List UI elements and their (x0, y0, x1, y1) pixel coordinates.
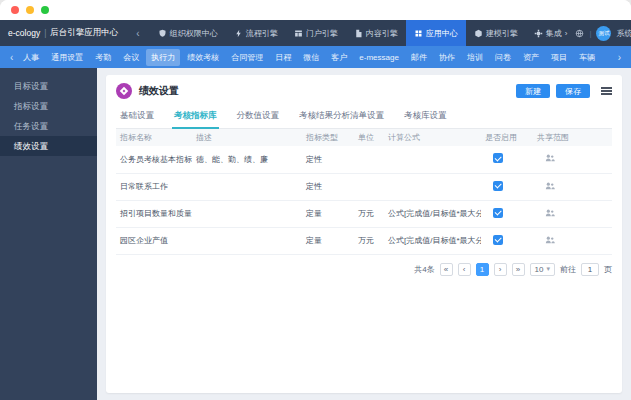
user-area: | 测试 系统管理员 ▾ (575, 26, 631, 41)
cube-icon (474, 29, 483, 38)
modulebar-item[interactable]: 日程 (270, 49, 296, 66)
table-row: 园区企业产值定量万元公式[完成值/目标值*最大分值] (116, 227, 612, 254)
modulebar-item[interactable]: 问卷 (490, 49, 516, 66)
cell-description (192, 227, 302, 254)
topnav-item-integration[interactable]: 集成 › (526, 20, 576, 46)
modulebar-item[interactable]: 培训 (462, 49, 488, 66)
minimize-window-button[interactable] (26, 6, 34, 14)
col-name: 指标名称 (116, 129, 192, 146)
page-size-select[interactable]: 10 ▾ (530, 263, 555, 276)
modulebar-item[interactable]: 人事 (18, 49, 44, 66)
save-button[interactable]: 保存 (556, 84, 590, 98)
modulebar-item[interactable]: 合同管理 (226, 49, 268, 66)
col-unit: 单位 (354, 129, 384, 146)
col-enabled: 是否启用 (481, 129, 533, 146)
avatar[interactable]: 测试 (596, 26, 611, 41)
topnav-item-modeling[interactable]: 建模引擎 (466, 20, 526, 46)
tab-score-settings[interactable]: 分数值设置 (235, 106, 282, 128)
brand: e-cology | 后台引擎应用中心 (8, 27, 118, 39)
cell-unit (354, 146, 384, 173)
cell-type: 定性 (302, 146, 354, 173)
cell-enabled (481, 146, 533, 173)
cell-formula (384, 146, 481, 173)
sidebar-item-performance-settings[interactable]: 绩效设置 (0, 136, 97, 156)
enabled-checkbox[interactable] (493, 235, 503, 245)
total-count: 共4条 (414, 264, 434, 275)
share-scope-icon[interactable] (545, 181, 555, 191)
top-navbar: e-cology | 后台引擎应用中心 ‹ 组织权限中心 流程引擎 门户引擎 内… (0, 20, 631, 46)
table-row: 招引项目数量和质量定量万元公式[完成值/目标值*最大分值] (116, 200, 612, 227)
bolt-icon (234, 29, 243, 38)
topnav-item-app-center[interactable]: 应用中心 (406, 20, 466, 46)
cell-unit (354, 173, 384, 200)
topnav-item-label: 应用中心 (426, 28, 458, 39)
modulebar-item[interactable]: 执行力 (146, 49, 180, 66)
maximize-window-button[interactable] (41, 6, 49, 14)
prev-page-button[interactable]: ‹ (458, 263, 471, 276)
module-tabbar: ‹ 人事通用设置考勤会议执行力绩效考核合同管理日程微信客户e-message邮件… (0, 46, 631, 68)
modulebar-back-icon[interactable]: ‹ (6, 52, 17, 63)
tab-basic-settings[interactable]: 基础设置 (118, 106, 156, 128)
grid-icon (414, 29, 423, 38)
goto-page-input[interactable] (581, 263, 599, 276)
sidebar-item-task-settings[interactable]: 任务设置 (0, 116, 97, 136)
modulebar-item[interactable]: 车辆 (574, 49, 600, 66)
col-share-scope: 共享范围 (533, 129, 612, 146)
sidebar: 目标设置 指标设置 任务设置 绩效设置 (0, 68, 97, 400)
modulebar-item[interactable]: 项目 (546, 49, 572, 66)
modulebar-item[interactable]: 考勤 (90, 49, 116, 66)
modulebar-item[interactable]: 协作 (434, 49, 460, 66)
tab-indicator-library[interactable]: 考核指标库 (172, 106, 219, 129)
first-page-button[interactable]: « (440, 263, 453, 276)
performance-badge-icon (116, 83, 132, 99)
last-page-button[interactable]: » (512, 263, 525, 276)
modulebar-item[interactable]: 会议 (118, 49, 144, 66)
share-scope-icon[interactable] (545, 153, 555, 163)
modulebar-item[interactable]: 绩效考核 (182, 49, 224, 66)
enabled-checkbox[interactable] (493, 181, 503, 191)
next-page-button[interactable]: › (494, 263, 507, 276)
tab-result-analysis-settings[interactable]: 考核结果分析清单设置 (297, 106, 386, 128)
close-window-button[interactable] (11, 6, 19, 14)
cell-type: 定量 (302, 227, 354, 254)
enabled-checkbox[interactable] (493, 208, 503, 218)
col-type: 指标类型 (302, 129, 354, 146)
modulebar-item[interactable]: 微信 (298, 49, 324, 66)
user-role[interactable]: 系统管理员 (616, 28, 631, 39)
share-scope-icon[interactable] (545, 208, 555, 218)
share-scope-icon[interactable] (545, 235, 555, 245)
modulebar-item[interactable]: 资产 (518, 49, 544, 66)
cell-enabled (481, 227, 533, 254)
globe-icon[interactable] (575, 29, 584, 38)
goto-label: 前往 (560, 264, 576, 275)
topnav-item-label: 建模引擎 (486, 28, 518, 39)
cell-formula: 公式[完成值/目标值*最大分值] (384, 200, 481, 227)
modulebar-item[interactable]: 通用设置 (46, 49, 88, 66)
tab-library-settings[interactable]: 考核库设置 (402, 106, 449, 128)
sidebar-item-indicator-settings[interactable]: 指标设置 (0, 96, 97, 116)
brand-separator: | (44, 28, 46, 38)
sidebar-item-goal-settings[interactable]: 目标设置 (0, 76, 97, 96)
modulebar-item[interactable]: e-message (354, 50, 404, 65)
page-1-button[interactable]: 1 (476, 263, 489, 276)
topnav-item-workflow[interactable]: 流程引擎 (226, 20, 286, 46)
cell-type: 定量 (302, 200, 354, 227)
enabled-checkbox[interactable] (493, 153, 503, 163)
modulebar-item[interactable]: 邮件 (406, 49, 432, 66)
cell-description: 德、能、勤、绩、廉 (192, 146, 302, 173)
cell-indicator-name: 公务员考核基本指标 (116, 146, 192, 173)
topnav-item-content[interactable]: 内容引擎 (346, 20, 406, 46)
modulebar-item[interactable]: 客户 (326, 49, 352, 66)
topnav-item-label: 流程引擎 (246, 28, 278, 39)
document-icon (354, 29, 363, 38)
list-menu-icon[interactable] (601, 86, 612, 97)
new-button[interactable]: 新建 (516, 84, 550, 98)
cell-description (192, 173, 302, 200)
brand-logo: e-cology (8, 28, 40, 38)
main-layout: 目标设置 指标设置 任务设置 绩效设置 绩效设置 新建 保存 基础设置 (0, 68, 631, 400)
topnav-item-org-permission[interactable]: 组织权限中心 (150, 20, 226, 46)
modulebar-forward-icon[interactable]: › (614, 52, 625, 63)
topnav-item-portal[interactable]: 门户引擎 (286, 20, 346, 46)
topnav-item-label: 组织权限中心 (170, 28, 218, 39)
nav-back-chevron-icon[interactable]: ‹ (136, 28, 139, 39)
